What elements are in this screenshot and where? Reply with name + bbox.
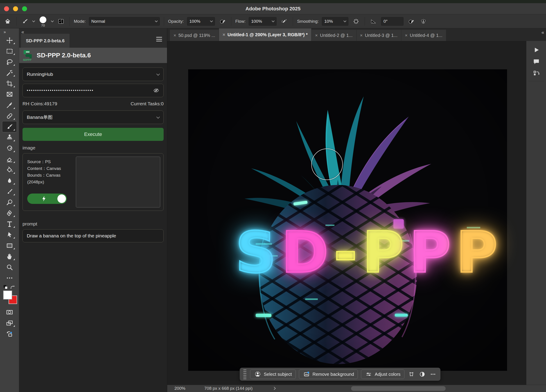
version-history-icon[interactable] [530,68,543,79]
provider-select[interactable]: RunningHub [22,68,164,81]
screen-mode-icon[interactable] [2,317,17,328]
document-canvas[interactable]: SD-PPP [188,69,507,371]
brush-tool[interactable] [2,121,17,132]
toggle-knob [57,194,66,203]
workflow-select[interactable]: Banana单图 [22,110,164,124]
smoothing-select[interactable]: 10% [322,17,348,26]
comments-icon[interactable] [530,56,543,68]
brush-size-preview[interactable]: 70 [38,16,48,27]
brush-settings-panel-icon[interactable] [57,17,65,26]
tab-untitled-2[interactable]: × Untitled-2 @ 1... [312,30,357,41]
rh-coins-label: RH Coins:49179 [22,101,57,106]
tab-untitled-4[interactable]: × Untitled-4 @ 1... [401,30,446,41]
rotate-view-icon[interactable] [2,328,17,339]
eraser-tool[interactable] [2,154,17,165]
paint-bucket-tool[interactable] [2,165,17,175]
window-controls [4,6,27,11]
tab-untitled-1[interactable]: × Untitled-1 @ 200% (Layer 3, RGB/8*) * [219,28,312,41]
eye-off-icon[interactable] [153,87,159,94]
image-source-row: Source：PS [27,158,61,165]
smoothing-gear-icon[interactable] [351,17,361,26]
image-icon [303,370,310,378]
clone-stamp-tool[interactable] [2,132,17,143]
expand-toolbar-icon[interactable]: » [0,28,5,35]
tab-untitled-3[interactable]: × Untitled-3 @ 1... [357,30,402,41]
close-icon[interactable]: × [360,33,363,38]
rectangle-tool[interactable] [2,240,17,251]
crop-tool[interactable] [2,78,17,89]
quick-mask-icon[interactable] [2,307,17,317]
brush-tool-preset-icon[interactable] [20,17,29,26]
canvas-pasteboard[interactable]: SD-PPP Select subject [167,41,526,385]
frame-tool[interactable] [2,89,17,100]
swap-colors-icon[interactable] [10,285,15,289]
live-sync-toggle[interactable] [27,193,67,204]
flow-select[interactable]: 100% [249,17,277,26]
lasso-tool[interactable] [2,57,17,67]
actions-play-icon[interactable] [530,44,543,56]
neon-letter: S [235,224,276,281]
close-icon[interactable]: × [223,32,225,37]
zoom-window-button[interactable] [22,6,27,11]
magic-wand-tool[interactable] [2,67,17,78]
close-window-button[interactable] [4,6,9,11]
workflow-value: Banana单图 [27,114,52,120]
image-bounds-row: Bounds：Canvas [27,172,61,179]
eyedropper-tool[interactable] [2,100,17,110]
close-icon[interactable]: × [174,33,176,38]
more-options-icon[interactable] [429,370,437,378]
home-icon[interactable] [3,17,12,26]
horizontal-scrollbar-thumb[interactable] [351,386,446,391]
close-icon[interactable]: × [315,33,318,38]
edit-toolbar-icon[interactable] [2,272,17,283]
adjust-colors-button[interactable]: Adjust colors [361,369,404,379]
tab-50psd[interactable]: × 50.psd @ 119% ... [170,30,219,41]
select-subject-button[interactable]: Select subject [250,369,296,379]
close-icon[interactable]: × [405,33,408,38]
opacity-select[interactable]: 100% [187,17,215,26]
brush-preset-chevron-icon[interactable] [32,19,35,22]
size-pressure-icon[interactable] [407,17,416,26]
document-info[interactable]: 708 px x 668 px (144 ppi) [204,386,253,391]
smudge-tool[interactable] [2,186,17,197]
brush-size-chevron-icon[interactable] [51,19,54,22]
plugin-tab[interactable]: SD-PPP 2.0-beta.6 [21,34,70,48]
dodge-tool[interactable] [2,197,17,208]
blend-mode-select[interactable]: Normal [89,17,160,26]
photoshop-window: Adobe Photoshop 2025 70 Mode: Normal Opa… [0,0,546,392]
api-key-field[interactable]: •••••••••••••••••••••••••••••••• [22,84,164,97]
neon-sdppp-text: SD-PPP [235,224,498,281]
history-brush-tool[interactable] [2,143,17,154]
path-selection-tool[interactable] [2,229,17,240]
taskbar-grip-handle[interactable] [243,369,247,379]
execute-button[interactable]: Execute [22,128,164,141]
minimize-window-button[interactable] [13,6,18,11]
healing-brush-tool[interactable] [2,110,17,121]
collapse-dock-icon[interactable]: « [541,30,544,36]
remove-background-button[interactable]: Remove background [299,369,358,379]
type-tool[interactable] [2,218,17,229]
airbrush-icon[interactable] [280,17,289,26]
zoom-level-value[interactable]: 200% [175,386,185,391]
marquee-tool[interactable] [2,46,17,57]
current-tasks-label: Current Tasks:0 [130,101,164,106]
transform-warp-icon[interactable] [408,370,415,378]
contrast-icon[interactable] [418,370,426,378]
move-tool[interactable] [2,35,17,46]
chevron-down-icon [156,115,160,119]
plugin-header: SDPPP SD-PPP 2.0-beta.6 [19,48,167,63]
sliders-icon [365,370,372,378]
blur-tool[interactable] [2,175,17,186]
pen-tool[interactable] [2,208,17,218]
panel-menu-icon[interactable] [156,37,162,41]
symmetry-butterfly-icon[interactable] [419,17,428,26]
opacity-pressure-icon[interactable] [218,17,227,26]
zoom-tool[interactable] [2,262,17,272]
hand-tool[interactable] [2,251,17,262]
brush-angle-input[interactable]: 0° [381,17,403,26]
chevron-down-icon [272,19,275,22]
prompt-input[interactable]: Draw a banana on the top of the pineappl… [22,229,164,242]
chevron-right-icon[interactable] [273,387,276,390]
foreground-color-swatch[interactable] [3,290,12,300]
default-colors-icon[interactable] [3,285,8,290]
